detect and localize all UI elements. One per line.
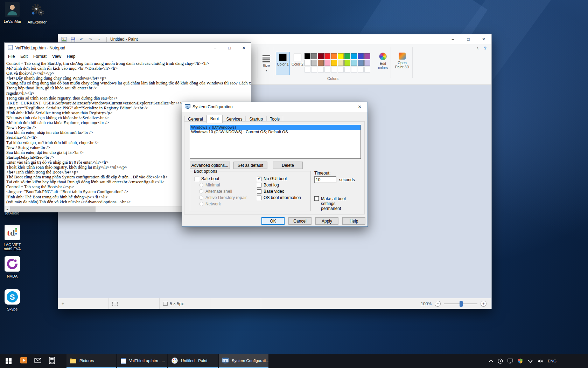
delete-button[interactable]: Delete xyxy=(273,162,303,169)
save-icon[interactable] xyxy=(69,35,77,43)
palette-swatch-1-9[interactable] xyxy=(364,60,370,66)
taskbar-calculator[interactable] xyxy=(45,354,59,368)
dialog-titlebar[interactable]: System Configuration ✕ xyxy=(182,102,368,112)
timeout-input[interactable] xyxy=(314,176,336,183)
taskbar-media-app[interactable] xyxy=(17,354,31,368)
notepad-titlebar[interactable]: VaiThietLap.htm - Notepad – □ ✕ xyxy=(5,43,251,53)
palette-swatch-0-2[interactable] xyxy=(318,53,324,59)
palette-swatch-1-4[interactable] xyxy=(331,60,337,66)
tray-monitor-icon[interactable] xyxy=(507,359,513,363)
cancel-button[interactable]: Cancel xyxy=(288,217,312,225)
palette-swatch-0-7[interactable] xyxy=(351,53,357,59)
radio-minimal[interactable] xyxy=(199,183,203,187)
paint-close-button[interactable]: ✕ xyxy=(476,34,491,44)
palette-swatch-1-8[interactable] xyxy=(358,60,364,66)
set-as-default-button[interactable]: Set as default xyxy=(233,162,267,169)
palette-swatch-1-7[interactable] xyxy=(351,60,357,66)
zoom-slider[interactable] xyxy=(444,301,477,307)
checkbox-make-all-boot-settings-permanent[interactable] xyxy=(314,196,319,201)
tray-network-icon[interactable] xyxy=(527,359,533,363)
palette-swatch-2-3[interactable] xyxy=(324,67,330,73)
menu-view[interactable]: View xyxy=(49,53,64,60)
zoom-in-button[interactable]: + xyxy=(481,301,486,307)
tab-boot[interactable]: Boot xyxy=(206,115,223,123)
palette-swatch-1-3[interactable] xyxy=(324,60,330,66)
taskbar-app-notepad[interactable]: VaiThietLap.htm - ... xyxy=(117,354,167,368)
palette-swatch-1-5[interactable] xyxy=(338,60,344,66)
palette-swatch-0-0[interactable] xyxy=(304,53,310,59)
checkbox-no-gui-boot[interactable] xyxy=(257,177,261,181)
palette-swatch-1-6[interactable] xyxy=(344,60,350,66)
ribbon-collapse-icon[interactable]: ∧ xyxy=(476,46,479,50)
zoom-out-button[interactable]: − xyxy=(435,301,441,307)
palette-swatch-1-0[interactable] xyxy=(304,60,310,66)
boot-entry[interactable]: Windows 10 (C:\WINDOWS) : Current OS; De… xyxy=(190,130,360,134)
size-button[interactable]: Size ▾ xyxy=(260,53,273,75)
qat-customize-icon[interactable]: ▾ xyxy=(95,35,103,43)
start-button[interactable] xyxy=(0,354,17,368)
taskbar-app-paint[interactable]: Untitled - Paint xyxy=(168,354,218,368)
desktop-icon-skype[interactable]: S Skype xyxy=(2,289,22,311)
tray-language-indicator[interactable]: ENG xyxy=(548,359,556,363)
palette-swatch-0-6[interactable] xyxy=(344,53,350,59)
checkbox-boot-log[interactable] xyxy=(257,183,261,188)
desktop-icon-airexplorer[interactable]: AirExplorer xyxy=(27,2,47,24)
checkbox-os-boot-information[interactable] xyxy=(257,196,261,200)
tray-defender-shield-icon[interactable] xyxy=(518,358,523,364)
tray-chevron-up-icon[interactable] xyxy=(489,360,493,362)
palette-swatch-2-1[interactable] xyxy=(311,67,317,73)
radio-network[interactable] xyxy=(199,202,203,206)
taskbar-mail[interactable] xyxy=(31,354,45,368)
menu-help[interactable]: Help xyxy=(64,53,78,60)
palette-swatch-0-1[interactable] xyxy=(311,53,317,59)
edit-colors-button[interactable]: Edit colors xyxy=(375,53,391,70)
advanced-options-button[interactable]: Advanced options... xyxy=(190,162,230,169)
notepad-maximize-button[interactable]: □ xyxy=(222,43,237,53)
radio-active-directory-repair[interactable] xyxy=(199,196,203,200)
tray-clock-icon[interactable] xyxy=(498,359,503,364)
checkbox-safe-boot[interactable] xyxy=(195,177,199,181)
help-icon[interactable]: ? xyxy=(484,46,486,51)
color1-button[interactable]: Color 1 xyxy=(276,52,290,75)
palette-swatch-0-8[interactable] xyxy=(358,53,364,59)
taskbar-app-pictures[interactable]: Pictures xyxy=(66,354,116,368)
scroll-left-icon[interactable]: ◄ xyxy=(5,206,10,212)
apply-button[interactable]: Apply xyxy=(315,217,338,225)
desktop-icon-levanmai[interactable]: LeVanMai xyxy=(2,2,22,23)
palette-swatch-2-0[interactable] xyxy=(304,67,310,73)
radio-alternate-shell[interactable] xyxy=(199,189,203,193)
menu-edit[interactable]: Edit xyxy=(18,53,30,60)
desktop-icon-lacviet[interactable]: td LAC VIETmtd9 EVA xyxy=(2,225,22,251)
palette-swatch-0-5[interactable] xyxy=(338,53,344,59)
taskbar-app-msconfig[interactable]: System Configurati... xyxy=(219,354,268,368)
boot-entry[interactable]: Windows 7 (D:\Windows) xyxy=(190,125,360,130)
menu-file[interactable]: File xyxy=(5,53,18,60)
help-button[interactable]: Help xyxy=(342,217,365,225)
ok-button[interactable]: OK xyxy=(261,217,285,225)
notepad-close-button[interactable]: ✕ xyxy=(237,43,251,53)
palette-swatch-2-5[interactable] xyxy=(338,67,344,73)
notepad-minimize-button[interactable]: – xyxy=(208,43,222,53)
paint-app-icon[interactable] xyxy=(60,35,68,43)
palette-swatch-1-1[interactable] xyxy=(311,60,317,66)
palette-swatch-1-2[interactable] xyxy=(318,60,324,66)
palette-swatch-2-4[interactable] xyxy=(331,67,337,73)
paint-maximize-button[interactable]: □ xyxy=(461,34,476,44)
desktop-icon-nvda[interactable]: NVDA xyxy=(2,256,22,278)
paint-minimize-button[interactable]: – xyxy=(445,34,461,44)
boot-entries-list[interactable]: Windows 7 (D:\Windows)Windows 10 (C:\WIN… xyxy=(190,125,361,159)
palette-swatch-2-6[interactable] xyxy=(344,67,350,73)
palette-swatch-2-2[interactable] xyxy=(318,67,324,73)
color2-button[interactable]: Color 2 xyxy=(290,52,304,75)
zoom-slider-thumb[interactable] xyxy=(460,301,463,307)
dialog-close-button[interactable]: ✕ xyxy=(352,102,368,112)
palette-swatch-2-7[interactable] xyxy=(351,67,357,73)
undo-icon[interactable]: ↶ xyxy=(78,35,85,43)
palette-swatch-2-8[interactable] xyxy=(358,67,364,73)
tray-volume-icon[interactable] xyxy=(538,359,543,363)
palette-swatch-0-9[interactable] xyxy=(364,53,370,59)
menu-format[interactable]: Format xyxy=(30,53,49,60)
scrollbar-thumb[interactable] xyxy=(10,206,96,212)
palette-swatch-2-9[interactable] xyxy=(364,67,370,73)
palette-swatch-0-3[interactable] xyxy=(324,53,330,59)
